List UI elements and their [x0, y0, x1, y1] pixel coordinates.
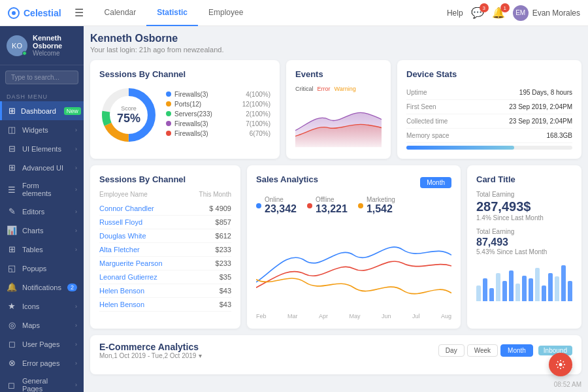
day-button[interactable]: Day	[438, 344, 465, 357]
events-card-title: Events	[295, 69, 382, 79]
legend-item: Firewalls(3) 4(100%)	[166, 91, 270, 98]
table-row: Marguerite Pearson $233	[99, 257, 231, 270]
tab-employee[interactable]: Employee	[198, 0, 253, 26]
legend-name: Firewalls(3)	[174, 130, 246, 137]
sidebar-search	[0, 65, 84, 90]
sidebar-item-ui-elements[interactable]: ⊟ UI Elements ›	[0, 139, 84, 158]
employee-name[interactable]: Helen Benson	[99, 301, 144, 308]
sidebar-item-label: Charts	[22, 227, 43, 235]
sidebar-item-form-elements[interactable]: ☰ Form elements ›	[0, 177, 84, 202]
chevron-right-icon: ›	[75, 208, 77, 215]
settings-icon	[555, 359, 566, 370]
nav-right: Help 💬 3 🔔 1 EM Evan Morales	[447, 5, 580, 21]
user-menu[interactable]: EM Evan Morales	[513, 5, 580, 21]
svg-point-1	[12, 11, 16, 15]
sidebar-item-error-pages[interactable]: ⊗ Error pages ›	[0, 353, 84, 372]
fab-button[interactable]	[549, 353, 572, 376]
sidebar-item-widgets[interactable]: ◫ Widgets ›	[0, 120, 84, 139]
employee-value: $43	[220, 301, 231, 308]
employee-name[interactable]: Leonard Gutierrez	[99, 273, 157, 281]
employee-name[interactable]: Helen Benson	[99, 287, 144, 295]
mini-bar	[483, 278, 487, 301]
logo-text: Celestial	[24, 8, 61, 18]
sales-metrics: Online 23,342 Offline 13,221	[256, 196, 451, 215]
month-button[interactable]: Month	[420, 177, 451, 188]
chevron-right-icon: ›	[75, 303, 77, 310]
sidebar-item-charts[interactable]: 📊 Charts ›	[0, 221, 84, 240]
online-label: Online	[265, 196, 297, 203]
sidebar-item-label: UI Elements	[22, 145, 61, 153]
legend-name: Firewalls(3)	[174, 91, 242, 98]
mini-bar	[515, 284, 520, 302]
legend-dot	[166, 131, 171, 136]
sidebar-item-label: Icons	[22, 302, 39, 310]
month-button-ecom[interactable]: Month	[500, 344, 533, 357]
offline-value: 13,221	[316, 203, 348, 215]
bell-button[interactable]: 🔔 1	[492, 7, 505, 19]
ecom-period-buttons: Day Week Month	[438, 344, 533, 357]
mini-bar	[509, 270, 514, 301]
events-card: Events Critical Error Warning	[286, 60, 391, 159]
chevron-right-icon: ›	[75, 186, 77, 193]
online-value: 23,342	[265, 203, 297, 215]
sidebar-item-notifications[interactable]: 🔔 Notifications 2	[0, 278, 84, 297]
help-link[interactable]: Help	[447, 8, 463, 18]
sidebar-item-icons[interactable]: ★ Icons ›	[0, 297, 84, 316]
sidebar-item-maps[interactable]: ◎ Maps ›	[0, 316, 84, 335]
mini-bar	[542, 286, 546, 301]
sidebar-item-popups[interactable]: ◱ Popups	[0, 259, 84, 278]
table-row: Douglas White $612	[99, 229, 231, 243]
device-label: Uptime	[406, 89, 427, 96]
sidebar-item-general-pages[interactable]: ◻ General Pages ›	[0, 372, 84, 392]
search-input[interactable]	[5, 71, 78, 84]
x-label: Jul	[412, 313, 420, 319]
sidebar-item-dashboard[interactable]: ⊞ Dashboard New	[0, 101, 84, 120]
maps-icon: ◎	[7, 320, 17, 330]
earning2-value: 87,493	[476, 237, 572, 248]
score-pct: 75%	[117, 112, 140, 125]
score-label: Score	[117, 105, 140, 112]
sidebar-item-user-pages[interactable]: ◻ User Pages ›	[0, 335, 84, 353]
sessions-legend: Firewalls(3) 4(100%) Ports(12) 12(100%) …	[166, 91, 270, 140]
warning-label: Warning	[335, 86, 356, 92]
sidebar: KO Kenneth Osborne Welcome Dash menu ⊞ D…	[0, 26, 84, 392]
hamburger-icon[interactable]: ☰	[74, 7, 84, 19]
mini-bar	[489, 288, 494, 301]
new-badge: New	[64, 107, 81, 115]
sidebar-item-label: User Pages	[22, 340, 59, 348]
sidebar-user: KO Kenneth Osborne Welcome	[0, 26, 84, 65]
memory-progress-fill	[406, 146, 514, 150]
sidebar-item-tables[interactable]: ⊞ Tables ›	[0, 240, 84, 259]
employee-name[interactable]: Connor Chandler	[99, 204, 154, 212]
tab-calendar[interactable]: Calendar	[94, 0, 147, 26]
legend-name: Ports(12)	[174, 101, 239, 108]
chat-button[interactable]: 💬 3	[471, 7, 484, 19]
legend-item: Ports(12) 12(100%)	[166, 101, 270, 108]
user-name: Evan Morales	[532, 8, 580, 18]
top-nav: Celestial ☰ Calendar Statistic Employee …	[0, 0, 588, 26]
employee-name[interactable]: Marguerite Pearson	[99, 259, 163, 267]
week-button[interactable]: Week	[467, 344, 498, 357]
error-label: Error	[318, 86, 331, 92]
device-stats-title: Device Stats	[406, 69, 572, 79]
x-label: Jun	[382, 313, 391, 319]
legend-val: 6(70%)	[250, 130, 270, 137]
tab-statistic[interactable]: Statistic	[146, 0, 198, 26]
sidebar-item-advanced-ui[interactable]: ⊞ Advanced UI ›	[0, 158, 84, 177]
legend-dot	[166, 111, 171, 116]
time-display: 08:52 AM	[554, 381, 581, 388]
sessions-table-card: Sessions By Channel Employee Name This M…	[90, 165, 240, 329]
employee-name[interactable]: Douglas White	[99, 232, 146, 240]
employee-name[interactable]: Alta Fletcher	[99, 246, 140, 253]
sidebar-section-title: Dash menu	[0, 90, 84, 101]
employee-name[interactable]: Russell Floyd	[99, 218, 142, 226]
sidebar-item-label: Tables	[22, 246, 43, 253]
chevron-down-icon[interactable]: ▾	[199, 352, 202, 359]
sidebar-avatar: KO	[7, 35, 27, 56]
ecommerce-title: E-Commerce Analytics Mon,1 Oct 2019 - Tu…	[99, 342, 202, 359]
sidebar-item-editors[interactable]: ✎ Editors ›	[0, 202, 84, 221]
sales-svg	[256, 220, 451, 312]
device-value: 168.3GB	[547, 132, 572, 139]
x-label: Apr	[319, 313, 328, 319]
nav-tabs: Calendar Statistic Employee	[94, 0, 447, 26]
